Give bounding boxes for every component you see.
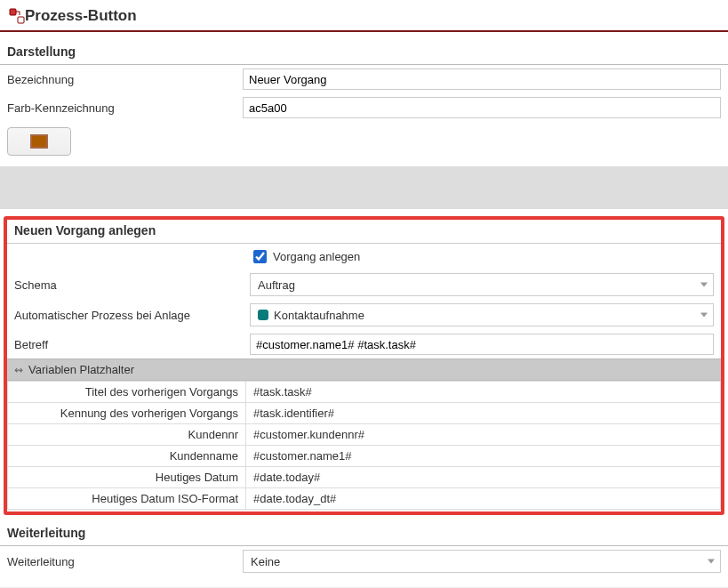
section-weiterleitung: Weiterleitung Weiterleitung Keine [0, 522, 728, 576]
table-row: Titel des vorherigen Vorgangs#task.task# [8, 382, 721, 403]
table-row: Heutiges Datum ISO-Format#date.today_dt# [8, 488, 721, 510]
var-value: #customer.name1# [246, 446, 721, 467]
checkbox-vorgang-anlegen[interactable] [253, 250, 267, 263]
table-row: Kennung des vorherigen Vorgangs#task.ide… [8, 403, 721, 424]
label-weiterleitung: Weiterleitung [7, 555, 243, 568]
label-schema: Schema [14, 278, 250, 292]
variablen-header: ↭ Variablen Platzhalter [7, 358, 721, 381]
row-schema: Schema Auftrag [7, 270, 721, 300]
var-key: Kennung des vorherigen Vorgangs [8, 403, 246, 424]
var-value: #task.task# [246, 382, 721, 403]
variablen-table: Titel des vorherigen Vorgangs#task.task#… [7, 381, 721, 510]
spacer-band [0, 166, 728, 209]
var-value: #task.identifier# [246, 403, 721, 424]
row-autoproc: Automatischer Prozess bei Anlage Kontakt… [7, 300, 721, 330]
select-weiterleitung-value: Keine [251, 555, 280, 568]
input-betreff[interactable] [250, 334, 714, 355]
table-row: Kundenname#customer.name1# [8, 446, 721, 467]
table-row: Heutiges Datum#date.today# [8, 467, 721, 488]
var-key: Kundennr [8, 424, 246, 446]
page-title: Prozess-Button [25, 7, 137, 25]
label-autoproc: Automatischer Prozess bei Anlage [14, 309, 250, 322]
var-key: Heutiges Datum ISO-Format [8, 488, 246, 510]
var-value: #date.today_dt# [246, 488, 721, 510]
variablen-title: Variablen Platzhalter [28, 363, 134, 376]
color-swatch-icon [30, 134, 48, 149]
var-value: #date.today# [246, 467, 721, 488]
input-bezeichnung[interactable] [243, 68, 721, 90]
chevron-down-icon [700, 313, 708, 318]
section-header-neu: Neuen Vorgang anlegen [7, 220, 721, 244]
label-betreff: Betreff [14, 338, 250, 351]
section-header-darstellung: Darstellung [0, 41, 728, 65]
row-vorgang-anlegen: Vorgang anlegen [7, 244, 721, 270]
row-betreff: Betreff [7, 330, 721, 358]
link-icon: ↭ [14, 364, 23, 376]
page-header: Prozess-Button [0, 0, 728, 32]
label-farbe: Farb-Kennzeichnung [7, 101, 243, 115]
table-row: Kundennr#customer.kundennr# [8, 424, 721, 446]
section-neuen-vorgang: Neuen Vorgang anlegen Vorgang anlegen Sc… [4, 216, 724, 515]
select-autoproc-value: Kontaktaufnahme [274, 309, 364, 322]
section-header-weiterleitung: Weiterleitung [0, 522, 728, 546]
row-bezeichnung: Bezeichnung [0, 65, 728, 93]
var-value: #customer.kundennr# [246, 424, 721, 446]
section-darstellung: Darstellung Bezeichnung Farb-Kennzeichnu… [0, 41, 728, 163]
select-weiterleitung[interactable]: Keine [243, 550, 721, 573]
var-key: Kundenname [8, 446, 246, 467]
select-autoproc[interactable]: Kontaktaufnahme [250, 303, 714, 326]
label-bezeichnung: Bezeichnung [7, 73, 243, 86]
row-farbe: Farb-Kennzeichnung [0, 93, 728, 122]
color-picker-button[interactable] [7, 127, 71, 156]
label-vorgang-anlegen: Vorgang anlegen [273, 250, 360, 263]
chevron-down-icon [700, 283, 708, 287]
select-schema[interactable]: Auftrag [250, 273, 714, 296]
input-farbe[interactable] [243, 97, 721, 118]
chevron-down-icon [708, 560, 715, 564]
process-button-icon [9, 8, 25, 24]
row-weiterleitung: Weiterleitung Keine [0, 546, 728, 576]
select-schema-value: Auftrag [258, 278, 295, 292]
svg-rect-1 [18, 17, 24, 23]
var-key: Heutiges Datum [8, 467, 246, 488]
svg-rect-0 [10, 9, 16, 15]
var-key: Titel des vorherigen Vorgangs [8, 382, 246, 403]
